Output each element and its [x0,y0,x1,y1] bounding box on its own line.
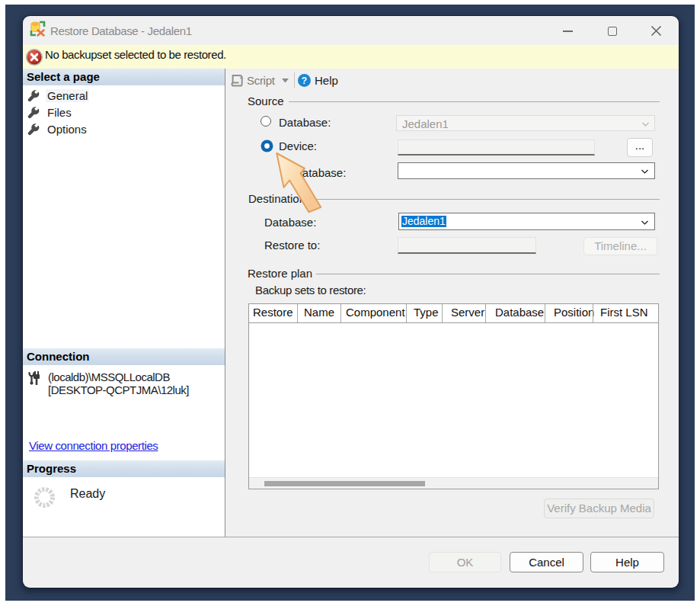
svg-text:?: ? [302,75,307,86]
